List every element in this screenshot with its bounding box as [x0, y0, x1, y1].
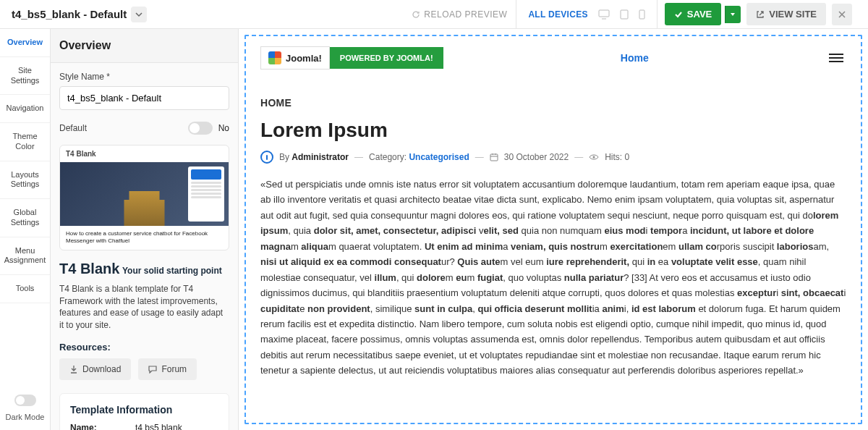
template-info-heading: Template Information — [70, 404, 218, 416]
template-name: T4 Blank — [59, 261, 119, 277]
sidenav-menu-assignment[interactable]: Menu Assignment — [0, 237, 50, 276]
tablet-icon[interactable] — [620, 9, 629, 20]
sidenav-theme-color[interactable]: Theme Color — [0, 123, 50, 161]
svg-rect-2 — [639, 10, 644, 19]
reload-label: RELOAD PREVIEW — [424, 9, 507, 20]
author-icon — [260, 151, 273, 164]
sidenav-overview[interactable]: Overview — [0, 29, 50, 57]
category-link[interactable]: Uncategorised — [409, 152, 469, 162]
eye-icon — [589, 153, 599, 161]
style-name-label: Style Name * — [59, 72, 229, 82]
info-name-value: t4 bs5 blank — [135, 423, 182, 430]
svg-point-4 — [593, 156, 595, 159]
reload-icon — [412, 10, 420, 19]
close-icon — [838, 11, 846, 18]
close-button[interactable] — [832, 4, 852, 25]
save-dropdown[interactable] — [725, 6, 741, 23]
resources-heading: Resources: — [59, 342, 229, 353]
template-thumbnail: T4 Blank How to create a customer servic… — [59, 145, 229, 250]
save-label: SAVE — [687, 9, 712, 20]
sidenav-layouts-settings[interactable]: Layouts Settings — [0, 161, 50, 200]
hamburger-menu[interactable] — [826, 51, 846, 65]
sidenav-global-settings[interactable]: Global Settings — [0, 199, 50, 237]
default-label: Default — [59, 123, 87, 133]
template-tagline: Your solid starting point — [122, 266, 222, 276]
calendar-icon — [490, 153, 498, 161]
view-site-label: VIEW SITE — [769, 9, 817, 20]
nav-home-link[interactable]: Home — [621, 52, 649, 64]
article-meta: By Administrator — Category: Uncategoris… — [260, 151, 846, 164]
view-site-button[interactable]: VIEW SITE — [746, 3, 826, 25]
svg-rect-1 — [621, 10, 628, 19]
joomla-logo-text: Joomla! — [286, 53, 322, 64]
thumb-caption: How to create a customer service chatbot… — [60, 226, 229, 250]
publish-date: 30 October 2022 — [504, 152, 569, 162]
svg-rect-3 — [490, 154, 498, 161]
breadcrumb: HOME — [260, 97, 846, 109]
style-name-input[interactable] — [59, 86, 229, 110]
external-link-icon — [756, 10, 765, 19]
hits-count: Hits: 0 — [605, 152, 629, 162]
download-label: Download — [82, 364, 121, 374]
svg-rect-0 — [599, 10, 609, 17]
download-icon — [69, 365, 78, 374]
default-value: No — [218, 123, 229, 133]
joomla-badge[interactable]: Joomla! POWERED BY JOOMLA! — [260, 46, 443, 69]
save-button[interactable]: SAVE — [665, 3, 721, 25]
dark-mode-toggle[interactable] — [14, 395, 36, 406]
chevron-down-icon — [135, 11, 142, 18]
joomla-logo-icon — [268, 51, 281, 64]
article-body: «Sed ut perspiciatis unde omnis iste nat… — [260, 177, 846, 379]
forum-label: Forum — [161, 364, 187, 374]
article-title: Lorem Ipsum — [260, 119, 846, 142]
thumb-title: T4 Blank — [66, 150, 96, 158]
reload-preview-button[interactable]: RELOAD PREVIEW — [403, 9, 516, 20]
panel-heading: Overview — [51, 29, 238, 63]
sidenav-tools[interactable]: Tools — [0, 275, 50, 303]
page-title: t4_bs5_blank - Default — [9, 8, 127, 20]
caret-down-icon — [730, 12, 736, 17]
mobile-icon[interactable] — [639, 9, 645, 20]
sidenav-navigation[interactable]: Navigation — [0, 95, 50, 123]
default-toggle[interactable] — [188, 122, 213, 135]
all-devices-tab[interactable]: ALL DEVICES — [528, 9, 587, 20]
sidenav-site-settings[interactable]: Site Settings — [0, 57, 50, 96]
download-button[interactable]: Download — [59, 358, 131, 380]
chat-icon — [148, 365, 157, 374]
author-name: Administrator — [292, 152, 349, 162]
info-name-key: Name: — [70, 423, 135, 430]
desktop-icon[interactable] — [598, 9, 610, 20]
powered-by-label: POWERED BY JOOMLA! — [330, 47, 443, 69]
dark-mode-label: Dark Mode — [0, 413, 50, 421]
template-description: T4 Blank is a blank template for T4 Fram… — [59, 283, 229, 332]
title-dropdown[interactable] — [131, 7, 147, 22]
forum-button[interactable]: Forum — [138, 358, 197, 380]
check-icon — [674, 10, 683, 19]
